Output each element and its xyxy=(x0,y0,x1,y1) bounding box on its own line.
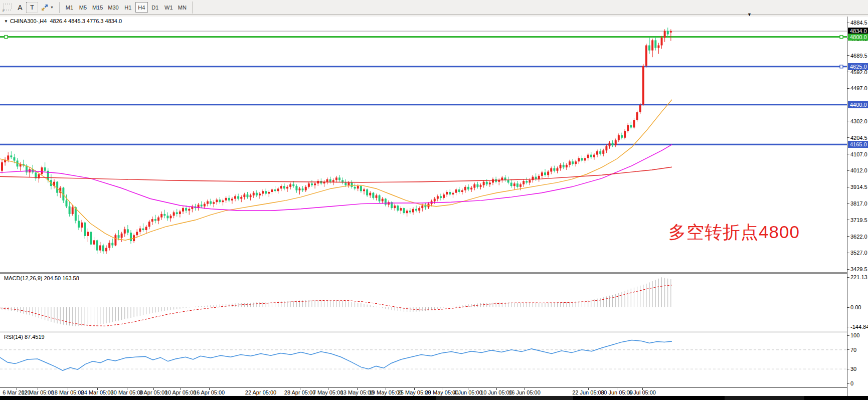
candle-body xyxy=(566,165,568,167)
candle-body xyxy=(400,208,402,211)
price-axis-tick xyxy=(847,72,849,72)
candle-body xyxy=(201,205,203,206)
candle-body xyxy=(81,223,83,228)
candle-body xyxy=(529,180,531,182)
rsi-axis-label: 100 xyxy=(850,332,859,338)
candle-body xyxy=(664,31,666,38)
rsi-axis-tick xyxy=(847,369,849,369)
candle-body xyxy=(295,186,297,190)
price-axis[interactable]: 4884.54787.04689.54592.04497.04302.04204… xyxy=(847,17,868,396)
chevron-down-icon: ▼ xyxy=(50,6,54,9)
candle-body xyxy=(127,229,129,233)
macd-axis-tick xyxy=(847,327,849,327)
candle-body xyxy=(624,131,626,138)
timeframe-button-m30[interactable]: M30 xyxy=(106,2,120,13)
candle-body xyxy=(326,179,328,182)
candle-body xyxy=(372,193,374,198)
time-axis-label: 12 Mar 05:00 xyxy=(22,389,54,395)
taskbar-segment xyxy=(725,396,804,400)
candle-body xyxy=(584,158,586,160)
candle-body xyxy=(157,218,159,221)
timeframe-button-h4[interactable]: H4 xyxy=(135,2,148,13)
candle-body xyxy=(569,161,571,165)
time-axis-label: 18 Mar 05:00 xyxy=(52,389,84,395)
candle-body xyxy=(99,245,101,250)
candle-body xyxy=(547,171,549,175)
timeframe-button-h1[interactable]: H1 xyxy=(122,2,134,13)
candle-body xyxy=(280,186,282,188)
time-axis[interactable]: 6 Mar 202012 Mar 05:0018 Mar 05:0024 Mar… xyxy=(0,387,847,396)
toolbar-dock-handle-icon[interactable]: F xyxy=(2,3,12,13)
font-button[interactable]: A xyxy=(14,2,26,13)
ma-fast-orange[interactable] xyxy=(0,100,672,241)
candle-body xyxy=(163,214,165,216)
candle-body xyxy=(605,146,607,150)
price-badge: 4400.0 xyxy=(848,101,868,108)
toolbar-separator-2 xyxy=(192,2,193,14)
macd-axis-tick xyxy=(847,277,849,278)
candle-body xyxy=(274,189,276,191)
text-label-button[interactable]: T xyxy=(26,2,38,13)
candle-body xyxy=(302,188,304,190)
candle-body xyxy=(434,199,436,202)
candle-body xyxy=(523,181,525,184)
annotation-text[interactable]: 多空转折点4800 xyxy=(668,221,800,244)
candle-body xyxy=(581,158,583,160)
time-axis-label: 16 Apr 05:00 xyxy=(194,389,225,395)
candle-body xyxy=(268,192,270,193)
candle-body xyxy=(151,219,153,222)
rsi-line xyxy=(0,340,672,371)
rsi-axis-label: 30 xyxy=(850,366,856,372)
price-axis-tick xyxy=(847,88,849,89)
candle-body xyxy=(452,193,454,194)
main-chart-panel[interactable]: ▼CHINA300-,H4 4826.4 4845.3 4776.3 4834.… xyxy=(0,17,847,272)
timeframe-button-mn[interactable]: MN xyxy=(176,2,189,13)
price-badge: 4625.0 xyxy=(848,63,868,70)
timeframe-button-w1[interactable]: W1 xyxy=(162,2,175,13)
candle-body xyxy=(483,182,485,185)
candle-body xyxy=(657,45,659,48)
macd-panel[interactable]: MACD(12,26,9) 204.50 163.58 xyxy=(0,274,847,331)
candle-body xyxy=(636,112,638,120)
line-anchor-handle[interactable] xyxy=(5,36,8,39)
candle-body xyxy=(363,189,365,191)
timeframe-button-d1[interactable]: D1 xyxy=(149,2,161,13)
candle-body xyxy=(587,155,589,158)
candle-body xyxy=(243,194,245,197)
timeframe-button-m5[interactable]: M5 xyxy=(77,2,89,13)
candle-body xyxy=(526,181,528,182)
taskbar-segment xyxy=(436,396,573,400)
candle-body xyxy=(379,195,381,202)
price-axis-label: 3527.0 xyxy=(850,250,867,256)
candle-body xyxy=(308,183,310,187)
candle-body xyxy=(10,155,12,157)
symbol-collapse-icon[interactable]: ▼ xyxy=(4,19,8,24)
candle-body xyxy=(311,183,313,185)
price-badge: 4800.0 xyxy=(848,34,868,41)
candle-body xyxy=(596,151,598,155)
candle-body xyxy=(142,229,144,230)
price-axis-label: 4689.5 xyxy=(850,53,867,59)
chart-shift-marker-icon[interactable]: ▼ xyxy=(747,12,752,17)
time-axis-label: 7 May 05:00 xyxy=(313,389,343,395)
candle-body xyxy=(283,186,285,188)
price-axis-label: 4204.5 xyxy=(850,135,867,141)
line-anchor-handle[interactable] xyxy=(840,36,843,39)
candle-body xyxy=(654,40,656,48)
line-anchor-handle[interactable] xyxy=(840,65,843,68)
candle-body xyxy=(182,208,184,212)
rsi-panel[interactable]: RSI(14) 87.4519 xyxy=(0,332,847,387)
candle-body xyxy=(575,161,577,164)
price-axis-label: 4107.0 xyxy=(850,151,867,157)
timeframe-button-m15[interactable]: M15 xyxy=(90,2,105,13)
candle-body xyxy=(256,193,258,195)
timeframe-button-m1[interactable]: M1 xyxy=(63,2,76,13)
time-axis-label: 10 Jun 05:00 xyxy=(480,389,512,395)
rsi-axis-label: 0 xyxy=(850,380,853,386)
rsi-axis-tick xyxy=(847,383,849,384)
candle-body xyxy=(470,188,472,189)
candle-body xyxy=(121,234,123,238)
toolbar-separator xyxy=(59,3,60,13)
candle-body xyxy=(188,209,190,211)
arrow-styles-button[interactable]: ▼ xyxy=(38,2,56,13)
